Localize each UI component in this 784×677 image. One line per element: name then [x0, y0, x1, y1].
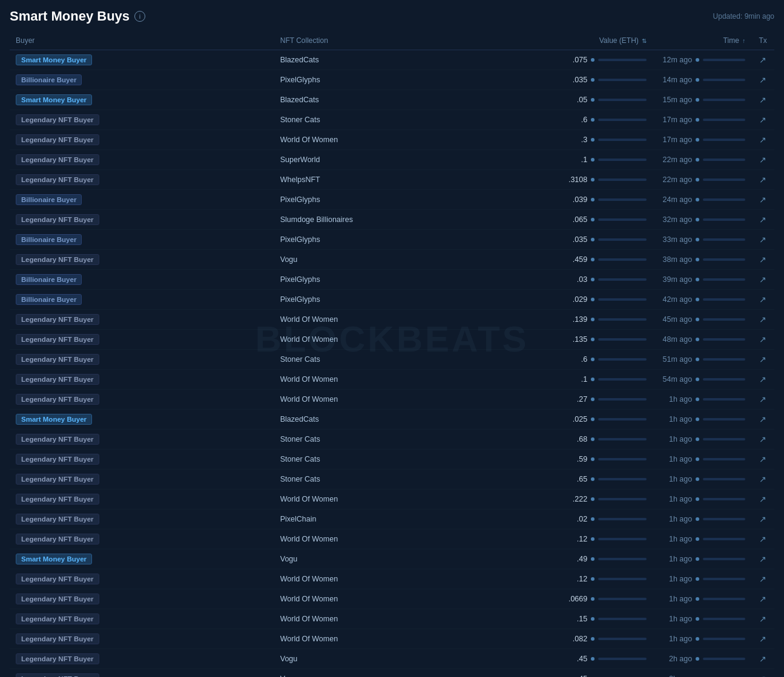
buyer-tag[interactable]: Legendary NFT Buyer [16, 134, 99, 145]
value-cell: .135 [538, 330, 653, 350]
time-dot [696, 258, 699, 261]
external-link-icon[interactable]: ↗ [759, 295, 766, 304]
external-link-icon[interactable]: ↗ [759, 275, 766, 284]
external-link-icon[interactable]: ↗ [759, 195, 766, 204]
buyer-tag[interactable]: Smart Money Buyer [16, 554, 92, 564]
buyer-tag[interactable]: Legendary NFT Buyer [16, 254, 99, 265]
tx-cell: ↗ [751, 629, 774, 649]
value-text: .02 [557, 515, 587, 523]
buyer-tag[interactable]: Legendary NFT Buyer [16, 454, 99, 465]
external-link-icon[interactable]: ↗ [759, 534, 766, 544]
value-bar [598, 59, 647, 61]
buyer-tag[interactable]: Legendary NFT Buyer [16, 653, 99, 664]
value-bar [598, 618, 647, 620]
col-header-time[interactable]: Time ↑ [653, 31, 751, 50]
buyer-tag[interactable]: Legendary NFT Buyer [16, 594, 99, 604]
tx-cell: ↗ [751, 589, 774, 609]
buyer-tag[interactable]: Legendary NFT Buyer [16, 494, 99, 505]
value-text: .0669 [557, 595, 587, 603]
buyer-tag[interactable]: Legendary NFT Buyer [16, 574, 99, 584]
tx-cell: ↗ [751, 430, 774, 450]
buyer-tag[interactable]: Legendary NFT Buyer [16, 354, 99, 365]
external-link-icon[interactable]: ↗ [759, 454, 766, 464]
external-link-icon[interactable]: ↗ [759, 574, 766, 584]
buyer-tag[interactable]: Billionaire Buyer [16, 274, 82, 285]
external-link-icon[interactable]: ↗ [759, 355, 766, 364]
buyer-tag[interactable]: Legendary NFT Buyer [16, 314, 99, 325]
external-link-icon[interactable]: ↗ [759, 394, 766, 404]
buyer-tag[interactable]: Smart Money Buyer [16, 94, 92, 105]
external-link-icon[interactable]: ↗ [759, 514, 766, 524]
external-link-icon[interactable]: ↗ [759, 554, 766, 564]
external-link-icon[interactable]: ↗ [759, 115, 766, 125]
buyer-tag[interactable]: Legendary NFT Buyer [16, 154, 99, 165]
col-header-buyer[interactable]: Buyer [10, 31, 274, 50]
external-link-icon[interactable]: ↗ [759, 95, 766, 105]
external-link-icon[interactable]: ↗ [759, 474, 766, 484]
buyer-tag[interactable]: Legendary NFT Buyer [16, 673, 99, 677]
external-link-icon[interactable]: ↗ [759, 594, 766, 604]
buyer-tag[interactable]: Legendary NFT Buyer [16, 114, 99, 125]
col-header-value[interactable]: Value (ETH) ⇅ [538, 31, 653, 50]
buyer-tag[interactable]: Billionaire Buyer [16, 74, 82, 85]
external-link-icon[interactable]: ↗ [759, 674, 766, 677]
buyer-tag[interactable]: Legendary NFT Buyer [16, 534, 99, 545]
value-cell: .3 [538, 130, 653, 150]
buyer-tag[interactable]: Legendary NFT Buyer [16, 613, 99, 624]
external-link-icon[interactable]: ↗ [759, 215, 766, 224]
tx-cell: ↗ [751, 370, 774, 390]
value-bar [598, 458, 647, 460]
col-header-nft[interactable]: NFT Collection [274, 31, 538, 50]
time-sort-icon: ↑ [742, 38, 745, 44]
time-bar [703, 398, 745, 401]
external-link-icon[interactable]: ↗ [759, 235, 766, 244]
time-text: 45m ago [659, 315, 692, 324]
buyer-tag[interactable]: Legendary NFT Buyer [16, 334, 99, 345]
buyer-tag[interactable]: Smart Money Buyer [16, 54, 92, 65]
info-icon[interactable]: i [134, 11, 145, 22]
value-bar [598, 198, 647, 201]
buyer-tag[interactable]: Smart Money Buyer [16, 414, 92, 425]
external-link-icon[interactable]: ↗ [759, 135, 766, 145]
buyer-tag[interactable]: Legendary NFT Buyer [16, 374, 99, 385]
buyer-tag[interactable]: Billionaire Buyer [16, 234, 82, 245]
buyer-cell: Legendary NFT Buyer [10, 669, 274, 678]
value-text: .65 [557, 475, 587, 483]
value-text: .135 [557, 335, 587, 344]
external-link-icon[interactable]: ↗ [759, 175, 766, 185]
buyer-tag[interactable]: Legendary NFT Buyer [16, 174, 99, 185]
external-link-icon[interactable]: ↗ [759, 634, 766, 644]
external-link-icon[interactable]: ↗ [759, 315, 766, 324]
buyer-tag[interactable]: Legendary NFT Buyer [16, 633, 99, 644]
table-row: Smart Money BuyerBlazedCats.0251h ago↗ [10, 410, 774, 430]
external-link-icon[interactable]: ↗ [759, 654, 766, 664]
external-link-icon[interactable]: ↗ [759, 335, 766, 344]
time-cell: 1h ago [653, 410, 751, 430]
time-dot [696, 198, 699, 201]
buyer-tag[interactable]: Billionaire Buyer [16, 194, 82, 205]
table-row: Smart Money BuyerVogu.491h ago↗ [10, 549, 774, 569]
buyer-tag[interactable]: Legendary NFT Buyer [16, 214, 99, 225]
tx-cell: ↗ [751, 390, 774, 410]
buyer-tag[interactable]: Legendary NFT Buyer [16, 474, 99, 485]
external-link-icon[interactable]: ↗ [759, 155, 766, 165]
buyer-tag[interactable]: Legendary NFT Buyer [16, 514, 99, 525]
buyer-tag[interactable]: Legendary NFT Buyer [16, 434, 99, 445]
buyer-tag[interactable]: Billionaire Buyer [16, 294, 82, 305]
external-link-icon[interactable]: ↗ [759, 75, 766, 85]
external-link-icon[interactable]: ↗ [759, 55, 766, 65]
external-link-icon[interactable]: ↗ [759, 494, 766, 504]
time-cell: 1h ago [653, 489, 751, 509]
title-area: Smart Money Buys i [10, 8, 145, 24]
external-link-icon[interactable]: ↗ [759, 414, 766, 424]
buyer-tag[interactable]: Legendary NFT Buyer [16, 394, 99, 405]
value-bar [598, 378, 647, 381]
value-dot [591, 98, 595, 102]
external-link-icon[interactable]: ↗ [759, 434, 766, 444]
external-link-icon[interactable]: ↗ [759, 614, 766, 624]
buyer-cell: Legendary NFT Buyer [10, 350, 274, 370]
buyer-cell: Billionaire Buyer [10, 230, 274, 250]
external-link-icon[interactable]: ↗ [759, 255, 766, 264]
external-link-icon[interactable]: ↗ [759, 374, 766, 384]
value-bar [598, 318, 647, 321]
